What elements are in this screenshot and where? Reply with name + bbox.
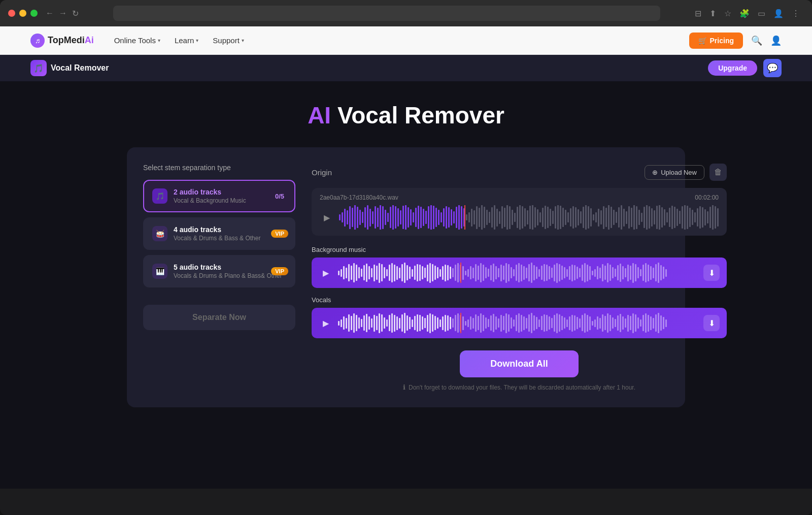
duration-text: 00:02:00 [695,194,719,201]
track-option-2[interactable]: 🎵 2 audio tracks Vocal & Background Musi… [143,180,295,212]
browser-back-button[interactable]: ← [46,9,54,18]
app-header: 🎵 Vocal Remover Upgrade 💬 [0,55,812,81]
track-4-info: 4 audio tracks Vocals & Drums & Bass & O… [174,226,286,242]
browser-split-icon[interactable]: ▭ [758,9,765,18]
pricing-button[interactable]: 🛒 Pricing [689,33,743,49]
browser-tab-icon[interactable]: ⊟ [695,9,701,18]
track-5-icon: 🎹 [152,264,167,279]
mac-minimize-button[interactable] [19,10,26,17]
track-option-5[interactable]: 🎹 5 audio tracks Vocals & Drums & Piano … [143,255,295,287]
app-logo-music-icon: 🎵 [33,63,44,73]
track-4-icon: 🥁 [152,226,167,241]
browser-profile-icon[interactable]: 👤 [773,9,784,18]
download-note: ℹ Don't forget to download your files. T… [312,383,727,391]
upgrade-button[interactable]: Upgrade [708,60,757,76]
logo-ai: Ai [85,35,94,45]
origin-label: Origin [312,168,332,177]
browser-share-icon[interactable]: ⬆ [709,9,716,18]
background-music-track: Background music ▶ ⬇ [312,246,727,288]
origin-waveform-container: 2ae0aa7b-17d3180a40c.wav 00:02:00 ▶ [312,188,727,236]
vocals-track: Vocals ▶ ⬇ [312,296,727,338]
browser-toolbar-icons: ⊟ ⬆ ☆ 🧩 ▭ 👤 ⋮ [695,9,800,18]
vocals-waveform[interactable] [338,313,698,333]
left-panel: Select stem separation type 🎵 2 audio tr… [143,164,295,391]
nav-right: 🛒 Pricing 🔍 👤 [689,33,782,49]
nav-links: Online Tools ▾ Learn ▾ Support ▾ [114,36,244,45]
delete-icon: 🗑 [714,168,722,177]
track-5-info: 5 audio tracks Vocals & Drums & Piano & … [174,263,286,279]
origin-play-button[interactable]: ▶ [320,210,334,224]
learn-chevron-icon: ▾ [196,38,198,43]
track-option-4[interactable]: 🥁 4 audio tracks Vocals & Drums & Bass &… [143,217,295,250]
track-5-desc: Vocals & Drums & Piano & Bass& Other [174,272,286,279]
track-2-name: 2 audio tracks [174,188,286,196]
mac-close-button[interactable] [8,10,15,17]
browser-refresh-button[interactable]: ↻ [72,9,79,18]
track-2-icon: 🎵 [152,188,167,204]
delete-button[interactable]: 🗑 [709,164,727,181]
waveform-row: ▶ [320,205,719,230]
section-label: Select stem separation type [143,164,295,172]
user-icon[interactable]: 👤 [770,35,782,46]
nav-online-tools[interactable]: Online Tools ▾ [114,36,160,45]
page-title: AI Vocal Remover [30,102,782,129]
track-2-info: 2 audio tracks Vocal & Background Music [174,188,286,204]
mac-maximize-button[interactable] [30,10,38,17]
browser-bookmark-icon[interactable]: ☆ [724,9,731,18]
background-playhead [460,263,461,283]
app-logo-icon: 🎵 [30,60,47,76]
pricing-label: Pricing [710,37,734,45]
address-bar[interactable] [113,6,660,21]
background-download-icon: ⬇ [708,268,715,278]
app-logo-text: Vocal Remover [51,63,109,73]
download-all-section: Download All ℹ Don't forget to download … [312,350,727,391]
track-4-desc: Vocals & Drums & Bass & Other [174,235,286,242]
logo-icon: ♬ [30,34,45,48]
online-tools-chevron-icon: ▾ [158,38,160,43]
support-label: Support [213,36,240,45]
track-5-name: 5 audio tracks [174,263,286,271]
vocals-play-button[interactable]: ▶ [319,316,333,330]
background-music-label: Background music [312,246,727,253]
vocals-waveform-row: ▶ ⬇ [312,308,727,338]
discord-button[interactable]: 💬 [763,59,782,77]
track-2-desc: Vocal & Background Music [174,197,286,204]
browser-extension-icon[interactable]: 🧩 [739,9,750,18]
online-tools-label: Online Tools [114,36,156,45]
background-play-button[interactable]: ▶ [319,266,333,280]
vocals-download-button[interactable]: ⬇ [703,315,720,331]
separate-now-button[interactable]: Separate Now [143,305,295,330]
mac-titlebar: ← → ↻ ⊟ ⬆ ☆ 🧩 ▭ 👤 ⋮ [0,0,812,26]
origin-waveform[interactable] [339,205,719,230]
info-icon: ℹ [403,383,405,391]
nav-support[interactable]: Support ▾ [213,36,244,45]
origin-header: Origin ⊕ Upload New 🗑 [312,164,727,181]
pricing-cart-icon: 🛒 [698,37,707,45]
site-navigation: ♬ TopMediAi Online Tools ▾ Learn ▾ Suppo… [0,26,812,55]
background-music-waveform-row: ▶ ⬇ [312,258,727,288]
waveform-filename-row: 2ae0aa7b-17d3180a40c.wav 00:02:00 [320,194,719,201]
background-waveform[interactable] [338,263,698,283]
browser-forward-button[interactable]: → [59,9,67,18]
nav-learn[interactable]: Learn ▾ [175,36,198,45]
download-all-button[interactable]: Download All [460,350,578,377]
track-4-name: 4 audio tracks [174,226,286,234]
search-icon[interactable]: 🔍 [751,35,762,46]
vocals-download-icon: ⬇ [708,318,715,328]
site-logo[interactable]: ♬ TopMediAi [30,34,94,48]
browser-menu-icon[interactable]: ⋮ [792,9,800,18]
upload-icon: ⊕ [652,169,658,176]
track-2-counter: 0/5 [271,191,288,201]
support-chevron-icon: ▾ [242,38,244,43]
page-title-ai: AI [308,102,331,128]
main-content: AI Vocal Remover Select stem separation … [0,81,812,489]
track-5-vip: VIP [271,267,288,275]
logo-text: TopMediAi [48,35,94,46]
vocals-playhead [460,313,461,333]
main-card: Select stem separation type 🎵 2 audio tr… [127,147,685,407]
background-download-button[interactable]: ⬇ [703,265,720,281]
filename-text: 2ae0aa7b-17d3180a40c.wav [320,194,398,201]
right-panel: Origin ⊕ Upload New 🗑 2ae0aa7b-1 [312,164,727,391]
upload-new-button[interactable]: ⊕ Upload New [645,165,704,180]
page-title-rest: Vocal Remover [331,102,504,128]
